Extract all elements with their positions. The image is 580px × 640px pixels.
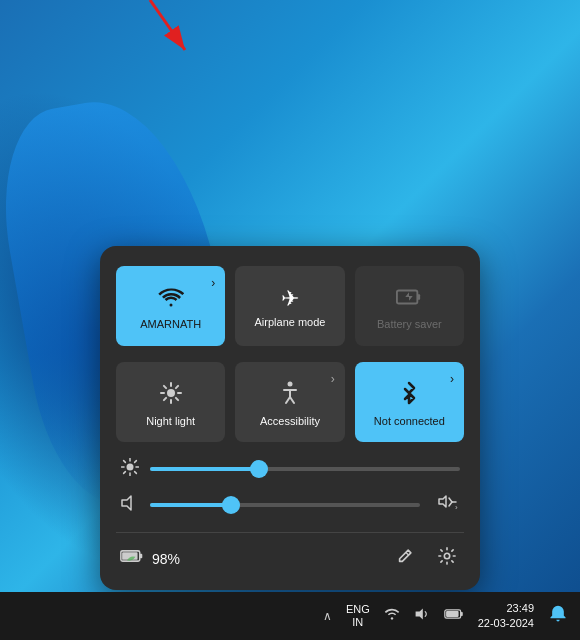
- bluetooth-tile-label: Not connected: [374, 415, 445, 427]
- quick-settings-panel: › AMARNATH ✈ Airplane mode: [100, 246, 480, 590]
- sliders-section: ›: [116, 458, 464, 516]
- settings-button[interactable]: [434, 543, 460, 574]
- svg-line-12: [164, 398, 166, 400]
- bluetooth-icon: [400, 381, 418, 409]
- airplane-tile[interactable]: ✈ Airplane mode: [235, 266, 344, 346]
- svg-marker-28: [439, 496, 446, 507]
- lang-line2: IN: [346, 616, 370, 629]
- night-light-tile-label: Night light: [146, 415, 195, 427]
- taskbar-language[interactable]: ENG IN: [342, 601, 374, 631]
- svg-point-13: [287, 382, 292, 387]
- svg-line-25: [135, 461, 137, 463]
- battery-saver-tile[interactable]: Battery saver: [355, 266, 464, 346]
- wifi-chevron-icon: ›: [211, 276, 215, 290]
- accessibility-chevron-icon: ›: [331, 372, 335, 386]
- svg-marker-38: [415, 608, 422, 619]
- svg-line-9: [164, 386, 166, 388]
- taskbar-expand-chevron[interactable]: ∧: [319, 605, 336, 627]
- tiles-row-2: Night light › Accessibility ›: [116, 362, 464, 442]
- svg-rect-41: [446, 611, 459, 617]
- airplane-tile-label: Airplane mode: [255, 316, 326, 328]
- wifi-tile-label: AMARNATH: [140, 318, 201, 330]
- taskbar-clock[interactable]: 23:49 22-03-2024: [474, 599, 538, 634]
- battery-percent: 98%: [152, 551, 180, 567]
- taskbar-battery-icon[interactable]: [440, 603, 468, 629]
- svg-marker-27: [122, 496, 131, 510]
- brightness-slider[interactable]: [150, 467, 460, 471]
- taskbar-volume-icon[interactable]: [410, 602, 434, 630]
- volume-slider[interactable]: [150, 503, 420, 507]
- svg-line-36: [406, 552, 409, 555]
- bottom-actions: [392, 543, 460, 574]
- svg-point-4: [167, 389, 175, 397]
- taskbar-notification-bell[interactable]: [544, 600, 572, 633]
- accessibility-tile-label: Accessibility: [260, 415, 320, 427]
- wifi-icon: [158, 286, 184, 312]
- lang-line1: ENG: [346, 603, 370, 616]
- clock-time: 23:49: [478, 601, 534, 616]
- tiles-row-1: › AMARNATH ✈ Airplane mode: [116, 266, 464, 346]
- svg-line-26: [124, 472, 126, 474]
- night-light-icon: [159, 381, 183, 409]
- bluetooth-tile[interactable]: › Not connected: [355, 362, 464, 442]
- svg-rect-3: [418, 294, 421, 300]
- battery-info: 98%: [120, 547, 180, 570]
- svg-line-11: [176, 386, 178, 388]
- battery-saver-icon: [396, 286, 422, 312]
- svg-line-17: [290, 397, 294, 403]
- volume-icon: [120, 494, 140, 516]
- edit-button[interactable]: [392, 543, 418, 574]
- brightness-slider-row: [120, 458, 460, 480]
- volume-settings-icon[interactable]: ›: [438, 494, 460, 516]
- svg-rect-40: [460, 612, 462, 616]
- svg-line-24: [135, 472, 137, 474]
- wifi-tile[interactable]: › AMARNATH: [116, 266, 225, 346]
- accessibility-icon: [279, 381, 301, 409]
- svg-point-18: [127, 464, 134, 471]
- airplane-icon: ✈: [281, 288, 299, 310]
- brightness-icon: [120, 458, 140, 480]
- taskbar: ∧ ENG IN 23:49: [0, 592, 580, 640]
- taskbar-wifi-icon[interactable]: [380, 603, 404, 629]
- night-light-tile[interactable]: Night light: [116, 362, 225, 442]
- svg-point-37: [444, 553, 449, 558]
- clock-date: 22-03-2024: [478, 616, 534, 631]
- taskbar-right: ∧ ENG IN 23:49: [319, 599, 572, 634]
- bottom-bar: 98%: [116, 532, 464, 574]
- svg-line-10: [176, 398, 178, 400]
- accessibility-tile[interactable]: › Accessibility: [235, 362, 344, 442]
- svg-text:›: ›: [455, 503, 458, 512]
- svg-rect-34: [140, 554, 143, 558]
- battery-level-icon: [120, 547, 144, 570]
- volume-slider-row: ›: [120, 494, 460, 516]
- battery-saver-tile-label: Battery saver: [377, 318, 442, 330]
- bluetooth-chevron-icon: ›: [450, 372, 454, 386]
- svg-line-23: [124, 461, 126, 463]
